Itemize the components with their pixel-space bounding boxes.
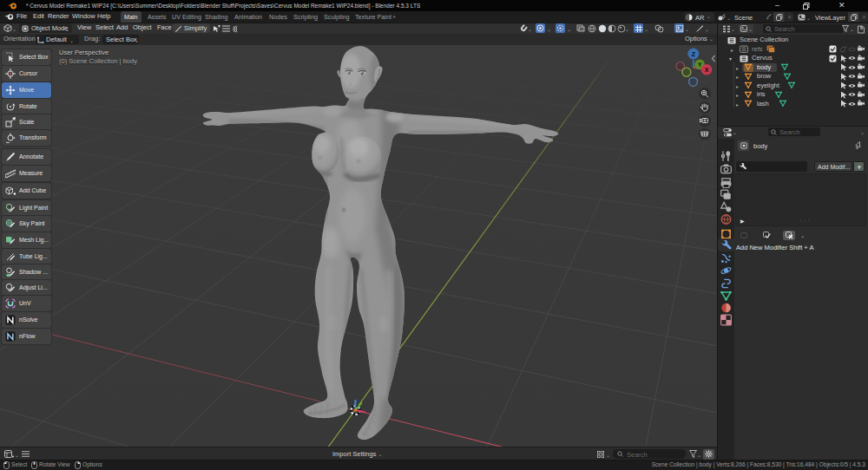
svg-text:0: 0	[860, 25, 863, 30]
svg-text:Y: Y	[698, 62, 702, 68]
svg-text:Z: Z	[692, 51, 696, 57]
svg-text:X: X	[705, 67, 709, 73]
